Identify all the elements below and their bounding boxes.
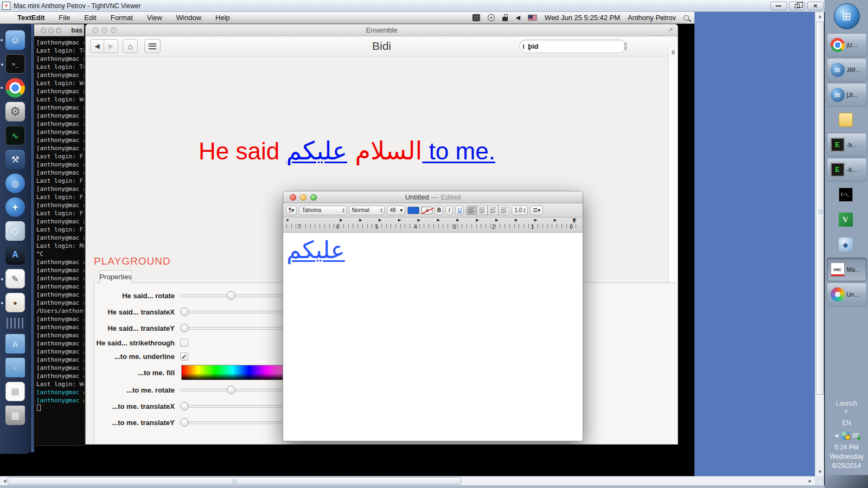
slider-thumb[interactable] [180,324,189,332]
taskbar-paint-button[interactable]: Un... [827,282,867,306]
accessibility-inspector-icon[interactable] [5,174,25,193]
taskbar-cmd-button[interactable] [827,183,867,207]
font-size-select[interactable]: 48▾ [387,206,405,215]
indent-marker-left[interactable]: ▼ [285,218,290,223]
documents-folder-icon[interactable] [5,358,25,377]
fullscreen-icon[interactable]: ↗ [668,26,673,34]
taskbar-thunderbird2-button[interactable]: [JI... [827,83,867,107]
taskbar-resize-grip[interactable] [825,475,868,488]
textedit-window-lights[interactable] [290,194,317,201]
taskbar-thunderbird-button[interactable]: JIR... [827,58,867,82]
paragraph-style-button[interactable]: ¶▾ [286,206,297,215]
menu-item[interactable]: Format [111,14,133,22]
tab-stop-marker[interactable]: ▶ [476,218,478,222]
slider-thumb[interactable] [227,386,235,394]
us-flag-icon[interactable] [528,15,537,21]
text-color-swatch[interactable] [407,207,419,214]
taskbar-vim-button[interactable] [827,208,867,232]
menu-item[interactable]: View [147,14,162,22]
align-center-button[interactable] [477,206,488,215]
checkbox[interactable] [180,339,188,347]
slider[interactable] [180,418,282,427]
italic-button[interactable]: I [445,206,453,215]
clear-search-icon[interactable]: × [624,42,627,50]
accessibility-icon[interactable] [488,14,495,21]
tab-stop-marker[interactable]: ▶ [554,218,557,222]
slider[interactable] [180,307,282,316]
search-input[interactable] [527,42,624,51]
close-button[interactable]: × [807,2,824,10]
start-button[interactable]: ⊞ [834,3,860,29]
list-style-select[interactable]: ☰▾ [530,206,543,215]
unlocked-padlock-icon[interactable] [502,17,508,21]
tab-stop-marker[interactable]: ▶ [359,218,362,222]
keyboard-input-icon[interactable] [473,14,480,21]
activity-monitor-icon[interactable] [5,126,25,145]
indent-marker-right[interactable]: Ŧ [572,217,576,224]
textedit-icon[interactable] [5,269,25,288]
slider-thumb[interactable] [227,291,235,300]
xcode-icon[interactable] [5,150,25,169]
menu-item[interactable]: File [59,14,70,22]
slider[interactable] [180,291,282,300]
language-indicator[interactable]: EN [842,419,851,427]
tray-expand-icon[interactable]: ◀ [834,433,838,438]
overflow-menu-icon[interactable]: … [654,29,662,37]
align-left-button[interactable] [466,206,477,215]
slider-thumb[interactable] [180,402,189,410]
slider[interactable] [180,324,282,332]
tab-stop-marker[interactable]: ▶ [534,218,537,222]
minimize-light[interactable] [48,28,54,33]
tab-stop-marker[interactable]: ▶ [398,218,401,222]
color-spectrum-picker[interactable] [181,365,284,380]
ensemble-titlebar[interactable]: Ensemble [86,24,678,36]
menubar-user[interactable]: Anthony Petrov [628,14,676,22]
terminal-icon[interactable] [5,54,25,74]
minimize-light[interactable] [101,27,107,33]
mail-update-tray-icon[interactable]: ✉ [852,432,859,439]
tab-stop-marker[interactable]: ▶ [418,218,420,222]
scroll-right-arrow[interactable]: ► [806,477,815,486]
taskbar-folder-button[interactable] [827,108,867,132]
tab-stop-marker[interactable]: ▶ [340,218,342,222]
vertical-scrollbar-thumb[interactable] [816,22,824,395]
chrome-icon[interactable] [5,78,25,98]
spotlight-search-icon[interactable] [684,15,689,21]
terminal-window[interactable]: bas [anthony@mac arLast login: Tue[antho… [34,24,85,446]
align-justify-button[interactable] [499,206,509,215]
finder-icon[interactable] [5,30,25,50]
network-security-tray-icon[interactable] [841,431,850,440]
search-field[interactable]: × [519,40,626,53]
app-a-icon[interactable] [5,245,25,265]
menu-item[interactable]: Window [176,14,201,22]
scroll-up-arrow[interactable]: ▲ [815,12,825,21]
slider-track[interactable] [180,405,282,408]
java-docs-icon[interactable] [5,293,25,312]
slider-track[interactable] [180,327,282,330]
tab-stop-marker[interactable]: ▶ [456,218,459,222]
restore-button[interactable] [789,2,805,10]
zoom-light[interactable] [56,28,61,33]
menubar-clock[interactable]: Wed Jun 25 5:25:42 PM [545,14,620,22]
menu-item[interactable]: Edit [84,14,96,22]
back-button[interactable]: ◀ [90,39,104,53]
minimize-button[interactable] [770,2,787,10]
tab-stop-marker[interactable]: ▶ [515,218,518,222]
close-light[interactable] [41,28,46,33]
menu-button[interactable] [144,39,161,53]
underline-button[interactable]: U [455,206,464,215]
close-light[interactable] [92,27,98,33]
system-preferences-icon[interactable] [5,102,25,121]
volume-muted-icon[interactable]: ◀ [515,14,520,21]
checkbox[interactable]: ✓ [180,352,188,361]
launch-toolbar-label[interactable]: Launch [836,400,857,407]
scrollbar-thumb[interactable] [672,50,675,55]
slider-thumb[interactable] [180,418,189,427]
tab-properties[interactable]: Properties [99,270,132,283]
document-drive-icon[interactable] [5,382,25,401]
home-button[interactable]: ⌂ [123,39,138,53]
zoom-light[interactable] [111,27,117,33]
menu-item[interactable]: Help [215,14,230,22]
dock-separator[interactable] [7,318,24,329]
taskbar-clock[interactable]: 5:24 PM Wednesday 6/25/2014 [829,443,864,471]
